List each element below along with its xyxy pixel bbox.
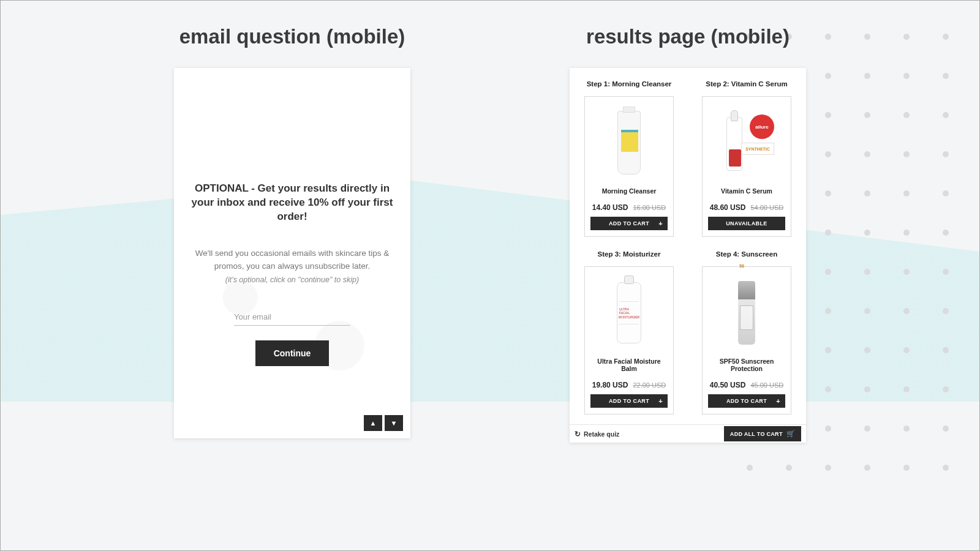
add-all-label: ADD ALL TO CART [730,431,783,437]
column-title-left: email question (mobile) [179,25,405,48]
award-badge-icon: allure [750,114,774,139]
results-footer: ↻ Retake quiz ADD ALL TO CART 🛒 [570,424,806,443]
product-name: Vitamin C Serum [721,187,772,195]
old-price: 54.00 USD [750,204,783,211]
result-step-3: Step 3: Moisturizer ULTRA FACIAL MOISTUR… [581,250,677,414]
button-label: ADD TO CART [726,398,767,404]
product-name: Ultra Facial Moisture Balm [591,358,667,372]
retake-quiz-link[interactable]: ↻ Retake quiz [575,430,619,438]
price-row: 19.80 USD 22.00 USD [592,381,666,389]
email-input[interactable] [234,309,350,326]
step-label: Step 4: Sunscreen [716,250,777,258]
product-card: 50 SPF50 Sunscreen Protection 40.50 USD … [702,266,791,414]
old-price: 22.00 USD [633,381,666,389]
plus-icon: + [776,397,780,405]
product-name: Morning Cleanser [602,187,657,195]
cart-icon: 🛒 [786,430,795,438]
product-name: SPF50 Sunscreen Protection [709,358,785,372]
sunscreen-tube-icon: 50 [738,281,755,345]
unavailable-button[interactable]: UNAVAILABLE [708,217,785,230]
price-row: 48.60 USD 54.00 USD [710,203,784,212]
retake-label: Retake quiz [584,430,619,438]
serum-bottle-icon: allure SYNTHETIC [719,111,774,174]
product-image: allure SYNTHETIC [709,103,785,182]
price-row: 40.50 USD 45.00 USD [710,381,784,389]
add-all-to-cart-button[interactable]: ADD ALL TO CART 🛒 [724,426,801,441]
product-card: allure SYNTHETIC Vitamin C Serum 48.60 U… [702,96,791,237]
column-results: results page (mobile) Step 1: Morning Cl… [570,25,806,550]
product-card: ULTRA FACIAL MOISTURIZER Ultra Facial Mo… [584,266,674,414]
email-question-screen: OPTIONAL - Get your results directly in … [174,68,410,438]
price: 19.80 USD [592,381,628,389]
product-image [591,103,667,182]
button-label: ADD TO CART [609,398,649,404]
moisturizer-bottle-icon: ULTRA FACIAL MOISTURIZER [617,282,641,343]
old-price: 45.00 USD [750,381,783,389]
refresh-icon: ↻ [575,430,581,438]
step-label: Step 1: Morning Cleanser [587,80,672,88]
results-screen: Step 1: Morning Cleanser Morning Cleanse… [570,68,806,443]
continue-button[interactable]: Continue [255,340,330,366]
nav-arrows: ▲ ▼ [364,415,403,431]
result-step-4: Step 4: Sunscreen 50 SPF50 Sunscreen Pro… [698,250,795,414]
step-label: Step 2: Vitamin C Serum [706,80,787,88]
column-email-question: email question (mobile) OPTIONAL - Get y… [174,25,410,550]
cleanser-tube-icon [617,111,641,174]
price: 40.50 USD [710,381,746,389]
old-price: 16.00 USD [633,204,666,211]
add-to-cart-button[interactable]: ADD TO CART + [590,217,668,230]
button-label: UNAVAILABLE [726,220,767,227]
email-subtext: We'll send you occasional emails with sk… [185,247,399,273]
step-label: Step 3: Moisturizer [598,250,661,258]
plus-icon: + [658,397,663,405]
synthetic-tag: SYNTHETIC [741,143,774,155]
price-row: 14.40 USD 16.00 USD [592,203,666,212]
result-step-2: Step 2: Vitamin C Serum allure SYNTHETIC… [698,80,795,237]
price: 14.40 USD [592,203,628,212]
add-to-cart-button[interactable]: ADD TO CART + [708,394,785,408]
email-hint: (it's optional, click on "continue" to s… [225,276,359,284]
product-card: Morning Cleanser 14.40 USD 16.00 USD ADD… [584,96,674,237]
nav-down-button[interactable]: ▼ [385,415,403,431]
add-to-cart-button[interactable]: ADD TO CART + [590,394,668,408]
price: 48.60 USD [710,203,746,212]
product-image: 50 [709,273,785,353]
nav-up-button[interactable]: ▲ [364,415,382,431]
email-headline: OPTIONAL - Get your results directly in … [185,182,399,224]
result-step-1: Step 1: Morning Cleanser Morning Cleanse… [581,80,677,237]
button-label: ADD TO CART [609,220,649,227]
column-title-right: results page (mobile) [586,25,790,48]
plus-icon: + [658,220,663,227]
product-image: ULTRA FACIAL MOISTURIZER [591,273,667,353]
